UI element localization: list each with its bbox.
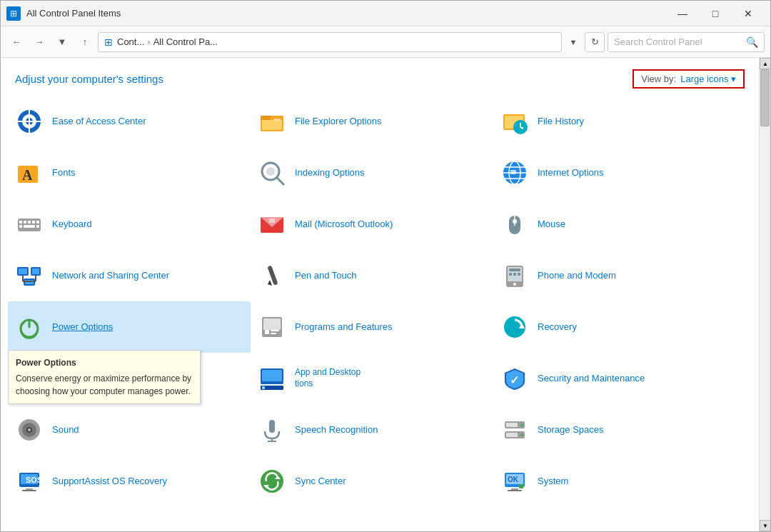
item-ease-of-access[interactable]: Ease of Access Center [8, 96, 251, 147]
svg-rect-84 [506, 423, 518, 427]
item-security[interactable]: ✓ Security and Maintenance [493, 353, 736, 404]
svg-text:OK: OK [508, 476, 519, 483]
viewby-value[interactable]: Large icons ▾ [680, 74, 736, 84]
address-dropdown-button[interactable]: ▼ [565, 32, 582, 52]
addressbar: ← → ▼ ↑ ⊞ Cont... › All Control Pa... ▼ … [1, 26, 770, 58]
pen-touch-icon [258, 261, 286, 290]
scrollbar[interactable]: ▲ ▼ [759, 58, 770, 531]
item-internet-label: Internet Options [538, 167, 604, 179]
svg-text:SOS: SOS [26, 476, 42, 484]
item-system-label: System [538, 476, 568, 488]
viewby-label: View by: [641, 74, 676, 84]
item-sync[interactable]: Sync Center [251, 456, 493, 507]
window-title: All Control Panel Items [26, 8, 666, 19]
window-controls: — □ ✕ [666, 2, 765, 25]
svg-point-37 [513, 219, 517, 224]
forward-button[interactable]: → [29, 32, 49, 52]
item-supportassist[interactable]: SOS SupportAssist OS Recovery [8, 456, 251, 507]
scrollbar-thumb[interactable] [760, 69, 770, 126]
items-panel: Adjust your computer's settings View by:… [1, 58, 759, 531]
ease-icon [15, 107, 44, 136]
up-button[interactable]: ↑ [75, 32, 95, 52]
item-system[interactable]: OK System [493, 456, 736, 507]
svg-rect-41 [32, 268, 39, 274]
svg-rect-98 [519, 484, 523, 488]
item-network[interactable]: Network and Sharing Center [8, 250, 251, 301]
keyboard-icon [15, 210, 44, 239]
item-phone-modem[interactable]: Phone and Modem [493, 250, 736, 301]
item-speech[interactable]: Speech Recognition [251, 404, 493, 456]
address-bar[interactable]: ⊞ Cont... › All Control Pa... [98, 32, 562, 52]
item-recovery-label: Recovery [538, 321, 577, 333]
item-sync-label: Sync Center [295, 476, 346, 488]
item-file-history-label: File History [538, 116, 584, 128]
item-programs-features[interactable]: Programs and Features [251, 301, 493, 353]
item-speech-label: Speech Recognition [295, 424, 378, 436]
page-title: Adjust your computer's settings [15, 73, 163, 85]
svg-rect-28 [36, 221, 39, 224]
sync-icon [258, 467, 286, 496]
refresh-button[interactable]: ↻ [585, 32, 605, 52]
close-button[interactable]: ✕ [732, 2, 765, 25]
recent-locations-button[interactable]: ▼ [52, 32, 72, 52]
maximize-button[interactable]: □ [699, 2, 732, 25]
item-phone-modem-label: Phone and Modem [538, 270, 616, 282]
item-mail[interactable]: Mail (Microsoft Outlook) [251, 199, 493, 250]
item-pen-touch-label: Pen and Touch [295, 270, 357, 282]
item-recovery[interactable]: Recovery [493, 301, 736, 353]
item-file-explorer[interactable]: File Explorer Options [251, 96, 493, 147]
svg-marker-49 [268, 280, 272, 286]
item-taskbar[interactable]: App and Desktoptions [251, 353, 493, 404]
item-security-label: Security and Maintenance [538, 373, 645, 385]
svg-point-15 [266, 167, 275, 176]
window: ⊞ All Control Panel Items — □ ✕ ← → ▼ ↑ … [0, 0, 771, 532]
item-power-options[interactable]: Power Options Power Options Conserve ene… [8, 301, 251, 353]
scroll-up-button[interactable]: ▲ [760, 58, 770, 69]
item-sound-label: Sound [52, 424, 79, 436]
svg-rect-77 [269, 420, 275, 433]
search-input[interactable]: Search Control Panel 🔍 [608, 32, 765, 52]
item-keyboard[interactable]: Keyboard [8, 199, 251, 250]
item-file-history[interactable]: File History [493, 96, 736, 147]
item-keyboard-label: Keyboard [52, 219, 92, 231]
titlebar: ⊞ All Control Panel Items — □ ✕ [1, 1, 770, 26]
item-storage-label: Storage Spaces [538, 424, 604, 436]
svg-rect-56 [518, 273, 520, 276]
item-indexing[interactable]: Indexing Options [251, 147, 493, 199]
item-pen-touch[interactable]: Pen and Touch [251, 250, 493, 301]
tooltip-description: Conserve energy or maximize performance … [16, 372, 193, 398]
item-internet[interactable]: Internet Options [493, 147, 736, 199]
minimize-button[interactable]: — [666, 2, 699, 25]
svg-rect-30 [24, 225, 35, 228]
item-fonts[interactable]: A Fonts [8, 147, 251, 199]
svg-text:A: A [22, 167, 33, 183]
item-sound[interactable]: Sound [8, 404, 251, 456]
fonts-icon: A [15, 159, 44, 187]
item-network-label: Network and Sharing Center [52, 270, 169, 282]
security-icon: ✓ [500, 364, 529, 393]
speech-icon [258, 416, 286, 444]
window-icon: ⊞ [6, 6, 21, 21]
address-path2: All Control Pa... [153, 36, 218, 47]
svg-rect-89 [22, 490, 36, 491]
item-mouse-label: Mouse [538, 219, 565, 231]
item-storage[interactable]: Storage Spaces [493, 404, 736, 456]
svg-rect-6 [261, 116, 271, 120]
item-power-label: Power Options [52, 321, 113, 333]
mail-icon [258, 210, 286, 239]
item-fonts-label: Fonts [52, 167, 76, 179]
svg-rect-53 [509, 268, 520, 271]
back-button[interactable]: ← [6, 32, 26, 52]
programs-icon [258, 313, 286, 341]
file-explorer-icon [258, 107, 286, 136]
item-mail-label: Mail (Microsoft Outlook) [295, 219, 393, 231]
scroll-down-button[interactable]: ▼ [760, 520, 770, 531]
item-supportassist-label: SupportAssist OS Recovery [52, 476, 167, 488]
svg-rect-7 [262, 120, 282, 130]
scrollbar-track[interactable] [760, 69, 770, 520]
tooltip-title: Power Options [16, 356, 193, 369]
svg-line-16 [277, 178, 283, 184]
view-by-control[interactable]: View by: Large icons ▾ [633, 69, 745, 89]
item-indexing-label: Indexing Options [295, 167, 365, 179]
item-mouse[interactable]: Mouse [493, 199, 736, 250]
